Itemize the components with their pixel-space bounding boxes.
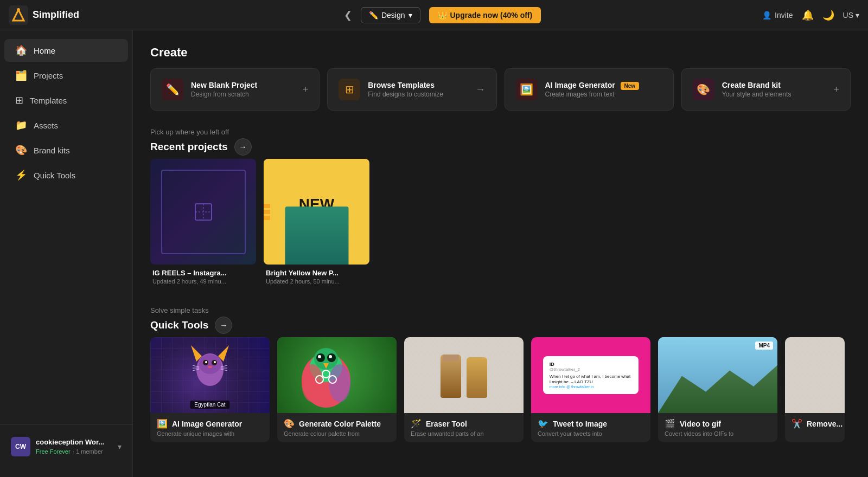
brand-kit-icon: 🎨 [693,79,714,100]
logo-text: Simplified [33,9,79,21]
qt-tweet-sub: Convert your tweets into [538,430,644,437]
sidebar-item-label: Templates [30,96,67,105]
simplified-logo-icon [9,5,28,25]
project-info-bright-yellow: Bright Yellow New P... Updated 2 hours, … [264,265,369,289]
qt-thumb-eraser [404,337,524,413]
upgrade-label: Upgrade now (40% off) [450,11,533,20]
eraser-bottle-1 [441,354,461,398]
ig-reels-inner [161,170,246,254]
user-info: cookieception Wor... Free Forever · 1 me… [36,438,112,456]
sidebar-item-projects[interactable]: 🗂️ Projects [4,64,128,87]
upgrade-button[interactable]: 👑 Upgrade now (40% off) [429,7,541,23]
topbar: Simplified ❮ ✏️ Design ▾ 👑 Upgrade now (… [0,0,868,30]
orange-stripes-decoration [264,204,270,220]
qt-color-palette-sub: Generate colour palette from [284,430,390,437]
qt-video-sub: Covert videos into GIFs to [665,430,771,437]
browse-templates-card[interactable]: ⊞ Browse Templates Find designs to custo… [327,68,496,111]
recent-see-all-button[interactable]: → [234,138,252,156]
sidebar-item-brand-kits[interactable]: 🎨 Brand kits [4,139,128,162]
ai-image-subtitle: Create images from text [545,91,662,98]
qt-card-remove-bg[interactable]: ✂️ Remove... [785,337,845,442]
svg-point-14 [214,361,216,363]
qt-info-tweet: 🐦 Tweet to Image Convert your tweets int… [531,413,650,442]
project-time-ig-reels: Updated 2 hours, 49 minu... [152,278,254,285]
topbar-right: 👤 Invite 🔔 🌙 US ▾ [762,9,859,21]
user-members-count: 1 member [76,448,103,455]
tweet-text: When I let go of what I am, I become wha… [550,374,632,385]
project-card-ig-reels[interactable]: IG REELS – Instagra... Updated 2 hours, … [150,159,256,289]
project-card-bright-yellow[interactable]: NEW POST Bright Yellow New P... Updated … [264,159,369,289]
quick-tools-see-all-button[interactable]: → [215,317,232,334]
qt-video-label: Video to gif [680,420,721,428]
qt-eraser-icon: 🪄 [411,418,422,429]
tweet-handle: @throwtalker_2 [550,367,632,372]
sidebar-item-label: Projects [34,71,63,80]
create-section-title: Create [150,46,851,60]
user-plan: Free Forever · 1 member [36,446,112,456]
project-thumbnail-ig-reels [150,159,256,265]
sidebar-item-templates[interactable]: ⊞ Templates [4,89,128,112]
collapse-sidebar-button[interactable]: ❮ [344,9,352,21]
qt-card-eraser[interactable]: 🪄 Eraser Tool Erase unwanted parts of an [404,337,524,442]
qt-card-tweet[interactable]: ID @throwtalker_2 When I let go of what … [531,337,650,442]
qt-info-ai-image: 🖼️ AI Image Generator Generate unique im… [150,413,270,442]
qt-color-palette-label: Generate Color Palette [299,420,381,428]
new-blank-subtitle: Design from scratch [191,91,295,98]
locale-button[interactable]: US ▾ [843,11,859,20]
qt-thumb-egyptian-cat: Egyptian Cat [150,337,270,413]
qt-title-remove-bg: ✂️ Remove... [792,418,838,429]
mp4-badge: MP4 [755,341,773,350]
qt-card-color-palette[interactable]: 🎨 Generate Color Palette Generate colour… [277,337,397,442]
locale-label: US [843,11,853,20]
qt-card-video-gif[interactable]: MP4 🎬 Video to gif Covert videos into GI… [658,337,777,442]
qt-remove-bg-label: Remove... [807,420,843,428]
create-brand-kit-card[interactable]: 🎨 Create Brand kit Your style and elemen… [681,68,851,111]
qt-ai-image-sub: Generate unique images with [157,430,263,437]
tweet-link: more info @ throwtalker.in [550,385,632,389]
sidebar-item-label: Brand kits [34,146,70,155]
qt-eraser-label: Eraser Tool [426,420,467,428]
templates-icon: ⊞ [15,94,23,106]
ai-image-generator-card[interactable]: 🖼️ AI Image Generator New Create images … [505,68,674,111]
invite-person-icon: 👤 [762,11,771,20]
brand-kit-action-icon: + [833,84,839,95]
recent-projects-list: IG REELS – Instagra... Updated 2 hours, … [150,159,851,289]
quick-tools-subtitle: Solve simple tasks [150,306,851,314]
projects-icon: 🗂️ [15,69,27,81]
qt-thumb-video: MP4 [658,337,777,413]
quick-tools-list: Egyptian Cat 🖼️ AI Image Generator Gener… [150,337,851,442]
svg-point-2 [17,8,20,11]
recent-subtitle: Pick up where you left off [150,128,851,136]
qt-ai-image-icon: 🖼️ [157,418,168,429]
qt-card-ai-image[interactable]: Egyptian Cat 🖼️ AI Image Generator Gener… [150,337,270,442]
svg-point-28 [329,355,332,358]
design-pencil-icon: ✏️ [369,11,378,20]
new-badge: New [621,82,640,90]
sidebar-item-assets[interactable]: 📁 Assets [4,114,128,137]
sidebar-item-quick-tools[interactable]: ⚡ Quick Tools [4,164,128,186]
assets-icon: 📁 [15,119,27,131]
brand-kit-title: Create Brand kit [722,81,826,89]
quick-tools-header: Quick Tools → [150,317,851,334]
crown-icon: 👑 [438,11,447,20]
eraser-bottle-2 [467,357,487,398]
ai-image-text: AI Image Generator New Create images fro… [545,81,662,98]
qt-color-palette-icon: 🎨 [284,418,295,429]
new-blank-project-card[interactable]: ✏️ New Blank Project Design from scratch… [150,68,320,111]
qt-remove-bg-icon: ✂️ [792,418,802,429]
recent-title: Recent projects [150,141,228,153]
qt-title-ai-image: 🖼️ AI Image Generator [157,418,263,429]
create-cards-grid: ✏️ New Blank Project Design from scratch… [150,68,851,111]
design-dropdown-button[interactable]: ✏️ Design ▾ [361,7,420,23]
new-blank-text: New Blank Project Design from scratch [191,81,295,98]
notifications-button[interactable]: 🔔 [802,9,814,21]
user-profile-item[interactable]: CW cookieception Wor... Free Forever · 1… [4,431,128,462]
sidebar-item-label: Assets [34,121,58,130]
invite-label: Invite [775,11,793,20]
project-info-ig-reels: IG REELS – Instagra... Updated 2 hours, … [150,265,256,289]
dark-mode-button[interactable]: 🌙 [822,9,834,21]
qt-title-eraser: 🪄 Eraser Tool [411,418,517,429]
invite-button[interactable]: 👤 Invite [762,11,793,20]
browse-templates-icon: ⊞ [339,79,360,100]
sidebar-item-home[interactable]: 🏠 Home [4,39,128,62]
